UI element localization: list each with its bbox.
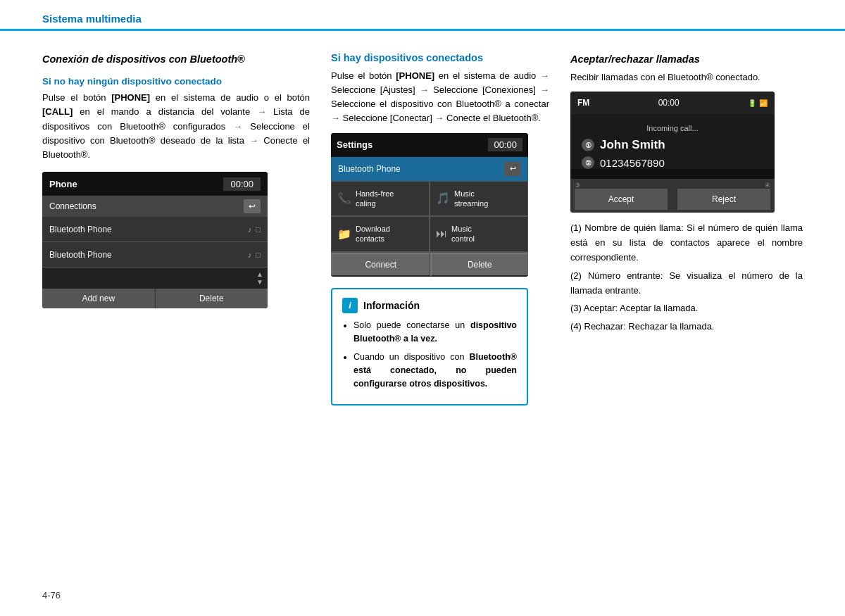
info-bullets: Solo puede conectarse un dispositivo Blu… (342, 319, 517, 391)
call-time: 00:00 (589, 98, 748, 108)
settings-cell-music-control[interactable]: ⏭ Musiccontrol (430, 216, 528, 252)
settings-time: 00:00 (488, 138, 522, 151)
header-title: Sistema multimedia (42, 13, 142, 29)
phone-ui-time: 00:00 (223, 177, 261, 191)
handsfree-icon: 📞 (337, 191, 351, 205)
body-text-2: Pulse el botón [PHONE] en el sistema de … (331, 69, 549, 126)
connections-row: Connections ↩ (42, 196, 268, 217)
page-number: 4-76 (42, 590, 61, 601)
settings-cell-music-streaming[interactable]: 🎵 Musicstreaming (430, 181, 528, 217)
caller-num-badge: ① (582, 139, 594, 151)
settings-bt-row: Bluetooth Phone ↩ (331, 157, 528, 181)
explanation-item-1: (1) Nombre de quién llama: Si el número … (570, 221, 803, 265)
music-streaming-label: Musicstreaming (454, 189, 488, 209)
battery-icon: 🔋 (748, 99, 756, 107)
phone-list-icons-1: ♪ □ (248, 225, 261, 234)
accept-cell: ③ Accept (570, 179, 672, 213)
phone-icon-2: □ (256, 225, 261, 234)
main-content: Conexión de dispositivos con Bluetooth® … (0, 31, 845, 420)
info-box-header: i Información (342, 298, 517, 313)
delete-button-mid[interactable]: Delete (430, 253, 529, 277)
info-bullet-1: Solo puede conectarse un dispositivo Blu… (353, 319, 517, 346)
phone-icon-3: ♪ (248, 251, 252, 259)
phone-bottom-buttons: Add new Delete (42, 289, 268, 308)
body-text-right: Recibir llamadas con el Bluetooth® conec… (570, 70, 803, 84)
mid-column: Si hay dispositivos conectados Pulse el … (331, 52, 549, 406)
handsfree-label: Hands-freecaling (356, 189, 394, 209)
call-status-icons: 🔋 📶 (748, 99, 768, 107)
caller-name-row: ① John Smith (582, 138, 763, 152)
phone-ui-title: Phone (49, 179, 216, 189)
call-body: Incoming call... ① John Smith ② 01234567… (570, 114, 775, 169)
caller-number-badge: ② (582, 156, 594, 169)
reject-num: ④ (677, 182, 770, 189)
info-title: Información (363, 300, 420, 311)
download-icon: 📁 (337, 227, 351, 241)
settings-bottom-buttons: Connect Delete (331, 252, 528, 277)
call-fm: FM (577, 98, 589, 108)
caller-number: 01234567890 (600, 157, 665, 169)
scroll-area: ▲ ▼ (42, 268, 268, 289)
settings-back-button[interactable]: ↩ (504, 162, 521, 176)
phone-ui-header: Phone 00:00 (42, 172, 268, 196)
reject-cell: ④ Reject (673, 179, 775, 213)
music-control-icon: ⏭ (436, 227, 447, 240)
info-icon: i (342, 298, 358, 313)
incoming-label: Incoming call... (582, 124, 763, 132)
left-column: Conexión de dispositivos con Bluetooth® … (42, 52, 310, 406)
settings-cell-download[interactable]: 📁 Downloadcontacts (331, 216, 430, 252)
settings-grid: 📞 Hands-freecaling 🎵 Musicstreaming 📁 Do… (331, 181, 528, 252)
bt-label: Bluetooth Phone (338, 164, 504, 174)
scroll-up-icon: ▲ (256, 270, 263, 278)
list-item-2[interactable]: Bluetooth Phone ♪ □ (42, 242, 268, 268)
call-ui: FM 00:00 🔋 📶 Incoming call... ① John Smi… (570, 92, 775, 213)
caller-number-row: ② 01234567890 (582, 156, 763, 169)
info-bullet-2: Cuando un dispositivo con Bluetooth® est… (353, 351, 517, 391)
settings-title: Settings (337, 139, 488, 150)
right-column: Aceptar/rechazar llamadas Recibir llamad… (570, 52, 803, 406)
explanation-item-2: (2) Número entrante: Se visualiza el núm… (570, 269, 803, 298)
settings-ui-header: Settings 00:00 (331, 133, 528, 157)
section-heading-right: Aceptar/rechazar llamadas (570, 52, 803, 66)
settings-ui: Settings 00:00 Bluetooth Phone ↩ 📞 Hands… (331, 133, 528, 277)
phone-icon-4: □ (256, 251, 261, 259)
add-new-button[interactable]: Add new (42, 289, 156, 308)
call-ui-header: FM 00:00 🔋 📶 (570, 92, 775, 114)
scroll-down-icon: ▼ (256, 278, 263, 286)
explanation-list: (1) Nombre de quién llama: Si el número … (570, 221, 803, 334)
page-header: Sistema multimedia (0, 0, 845, 31)
body-text-1: Pulse el botón [PHONE] en el sistema de … (42, 91, 310, 162)
settings-cell-handsfree[interactable]: 📞 Hands-freecaling (331, 181, 430, 217)
signal-icon: 📶 (759, 99, 768, 107)
caller-name: John Smith (600, 138, 665, 152)
connect-button[interactable]: Connect (331, 253, 430, 277)
subsection-heading-1: Si no hay ningún dispositivo conectado (42, 76, 310, 87)
call-buttons: ③ Accept ④ Reject (570, 179, 775, 213)
back-button[interactable]: ↩ (244, 199, 261, 213)
info-box: i Información Solo puede conectarse un d… (331, 288, 528, 406)
phone-list-label-2: Bluetooth Phone (49, 250, 248, 260)
delete-button-left[interactable]: Delete (156, 289, 268, 308)
explanation-item-4: (4) Rechazar: Rechazar la llamada. (570, 320, 803, 334)
music-control-label: Musiccontrol (451, 224, 475, 244)
explanation-item-3: (3) Aceptar: Aceptar la llamada. (570, 301, 803, 316)
accept-num: ③ (575, 182, 668, 189)
phone-list-icons-2: ♪ □ (248, 251, 261, 259)
music-streaming-icon: 🎵 (436, 191, 450, 205)
subsection-heading-2: Si hay dispositivos conectados (331, 52, 549, 63)
list-item-1[interactable]: Bluetooth Phone ♪ □ (42, 217, 268, 242)
phone-ui-left: Phone 00:00 Connections ↩ Bluetooth Phon… (42, 172, 268, 308)
download-label: Downloadcontacts (356, 224, 390, 244)
connections-label: Connections (49, 201, 244, 211)
reject-button[interactable]: Reject (677, 189, 770, 210)
accept-button[interactable]: Accept (575, 189, 668, 210)
phone-icon-1: ♪ (248, 225, 252, 234)
section-heading-left: Conexión de dispositivos con Bluetooth® (42, 52, 310, 66)
phone-list-label-1: Bluetooth Phone (49, 225, 248, 234)
